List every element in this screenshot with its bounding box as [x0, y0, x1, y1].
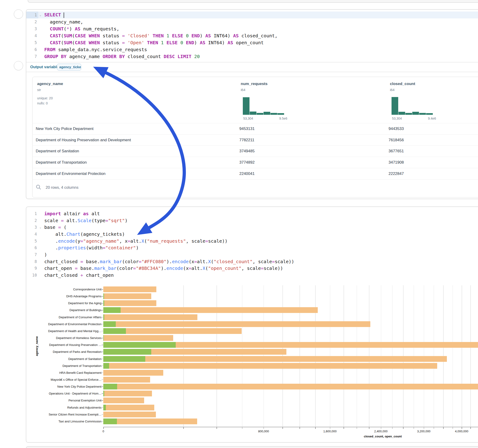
column-type: i64: [241, 88, 245, 92]
bar-closed_count: [103, 384, 478, 389]
table-cell: 7782211: [239, 138, 254, 143]
bar-closed_count: [103, 398, 144, 403]
y-axis-tick: [102, 352, 103, 352]
line-number: 3: [26, 224, 38, 231]
code-line[interactable]: 9chart_open = base.mark_bar(color="#8BC3…: [26, 265, 478, 272]
table-cell: 3677651: [389, 149, 404, 154]
bar-closed_count: [103, 363, 437, 369]
code-line[interactable]: 5 .encode(y="agency_name", x=alt.X("num_…: [26, 238, 478, 244]
y-axis-label: HRA Benefit Card Replacement: [59, 371, 101, 374]
y-axis-label: Mayorâ€ s Office of Special Enforce…: [51, 378, 101, 381]
histogram-bar: [412, 112, 419, 115]
y-axis-label: Department of Homeless Services: [56, 336, 101, 340]
x-axis-tick-label: 0: [102, 429, 104, 433]
x-axis-tick: [470, 427, 471, 429]
table-cell: 9453131: [239, 126, 255, 131]
previous-cell-edge: [28, 0, 478, 3]
y-axis-tick: [102, 407, 103, 408]
histogram-bar: [264, 112, 270, 115]
bar-open_count: [103, 391, 104, 396]
column-type: str: [37, 88, 41, 92]
code-text: COUNT(*) AS num_requests,: [42, 26, 119, 31]
bar-closed_count: [103, 293, 151, 299]
code-line[interactable]: 5 CAST(SUM(CASE WHEN status = 'Open' THE…: [26, 39, 478, 46]
bar-closed_count: [103, 314, 197, 320]
y-axis-label: Department of Environmental Protection: [48, 322, 101, 326]
table-cell: 9443533: [389, 126, 404, 131]
bar-closed_count: [103, 286, 156, 292]
fold-chevron-icon[interactable]: ⌄: [38, 13, 42, 17]
x-axis-tick: [434, 427, 434, 429]
x-axis-tick-label: 4,000,000: [455, 429, 468, 433]
code-text: .properties(width="container"): [42, 245, 138, 250]
y-axis-tick: [102, 366, 103, 366]
x-axis-tick-label: 800,000: [258, 429, 269, 433]
histogram-bar: [398, 112, 405, 115]
bar-open_count: [103, 363, 109, 369]
bar-open_count: [103, 405, 106, 411]
x-axis-tick: [369, 427, 369, 429]
code-line[interactable]: 4 CAST(SUM(CASE WHEN status = 'Closed' T…: [26, 32, 478, 39]
fold-chevron-icon[interactable]: ⌄: [38, 226, 42, 229]
output-variable-label: Output variable:: [30, 65, 60, 69]
sql-editor[interactable]: 1⌄SELECT 2 agency_name,3 COUNT(*) AS num…: [26, 12, 478, 60]
code-line[interactable]: 4 alt.Chart(agency_tickets): [26, 231, 478, 238]
y-axis-tick: [102, 317, 103, 317]
table-cell: Department of Housing Preservation and D…: [36, 138, 131, 143]
code-line[interactable]: 2 agency_name,: [26, 19, 478, 25]
code-line[interactable]: 1⌄SELECT: [26, 12, 478, 19]
bar-open_count: [103, 384, 117, 389]
histogram-bar: [257, 113, 263, 115]
code-line[interactable]: 6FROM sample_data.nyc.service_requests: [26, 46, 478, 53]
bar-closed_count: [103, 300, 156, 306]
code-line[interactable]: 7): [26, 251, 478, 258]
table-cell: Department of Transportation: [36, 160, 87, 165]
add-cell-button-output[interactable]: [14, 61, 23, 70]
code-line[interactable]: 3 COUNT(*) AS num_requests,: [26, 25, 478, 32]
x-axis-tick: [443, 427, 444, 429]
y-axis-label: Department of Transportation: [63, 364, 101, 367]
x-axis-tick: [357, 427, 357, 429]
y-axis-label: Refunds and Adjustments: [67, 406, 101, 409]
code-line[interactable]: 7GROUP BY agency_name ORDER BY closed_co…: [26, 53, 478, 60]
code-line[interactable]: 6 .properties(width="container"): [26, 244, 478, 251]
code-line[interactable]: 8chart_closed = base.mark_bar(color="#FF…: [26, 258, 478, 265]
x-axis-line: [103, 427, 478, 427]
code-text: SELECT: [42, 12, 64, 18]
python-editor[interactable]: 1import altair as alt2scale = alt.Scale(…: [26, 210, 478, 279]
bar-open_count: [103, 349, 151, 355]
y-axis-tick: [102, 359, 103, 359]
code-text: FROM sample_data.nyc.service_requests: [42, 47, 147, 52]
altair-bar-chart: Correspondence UnitDHS Advantage Program…: [0, 283, 478, 442]
code-text: ): [42, 252, 47, 257]
code-line[interactable]: 10chart_closed + chart_open: [26, 272, 478, 279]
code-text: CAST(SUM(CASE WHEN status = 'Open' THEN …: [42, 40, 264, 45]
gridline: [470, 285, 471, 427]
histogram-bar: [250, 112, 256, 115]
y-axis-label: Department of Consumer Affairs: [59, 316, 101, 319]
x-axis-tick: [381, 427, 381, 429]
code-line[interactable]: 1import altair as alt: [26, 210, 478, 217]
x-axis-tick: [103, 427, 104, 429]
x-axis-tick: [300, 427, 300, 429]
code-line[interactable]: 3⌄base = (: [26, 224, 478, 231]
x-axis-tick: [414, 427, 414, 429]
code-line[interactable]: 2scale = alt.Scale(type="sqrt"): [26, 217, 478, 224]
line-number: 2: [26, 19, 38, 25]
search-icon[interactable]: [36, 184, 41, 190]
text-cursor: [64, 12, 64, 18]
line-number: 6: [26, 244, 38, 251]
output-variable-chip[interactable]: agency_tickets: [57, 64, 81, 70]
table-cell: 3471908: [389, 160, 404, 165]
y-axis-tick: [102, 393, 103, 394]
output-variable-row: Output variable: agency_tickets: [26, 62, 478, 72]
x-axis-tick: [315, 427, 316, 429]
y-axis-tick: [102, 303, 103, 304]
y-axis-label: Personal Exemption Unit: [69, 399, 101, 402]
histogram-bar: [277, 113, 284, 115]
y-axis-tick: [102, 345, 103, 345]
y-axis-title: agency_name: [35, 336, 38, 356]
add-cell-button-top[interactable]: [14, 9, 23, 19]
y-axis-label: New York City Police Department: [57, 385, 101, 388]
y-axis-tick: [102, 380, 103, 380]
